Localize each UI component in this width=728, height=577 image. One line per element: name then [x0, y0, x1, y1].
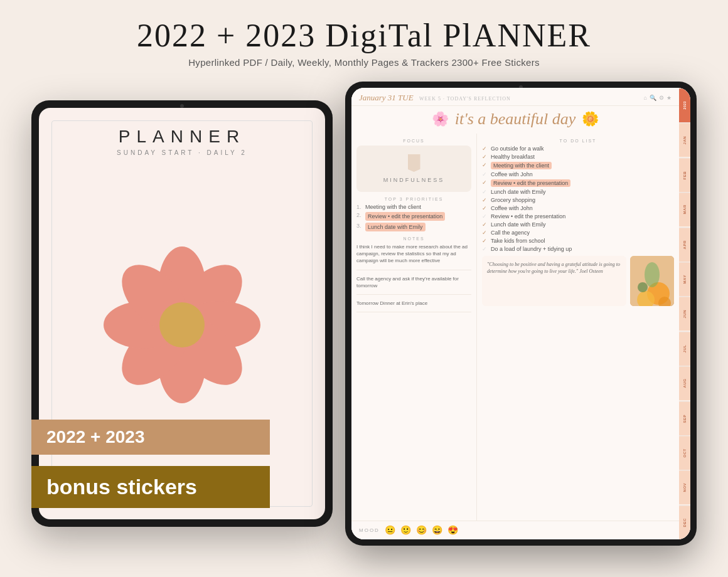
month-tabs: 2023 JAN FEB MAR APR MAY JUN JUL AUG SEP… — [679, 88, 690, 539]
mood-icon-1[interactable]: 😐 — [385, 525, 395, 536]
todo-item-10: ✓Lunch date with Emily — [482, 221, 674, 228]
todo-text-12: Take kids from school — [491, 238, 545, 244]
todo-item-2: ✓Healthy breakfast — [482, 154, 674, 160]
priority-text-2: Review • edit the presentation — [365, 212, 445, 221]
todo-item-1: ✓Go outside for a walk — [482, 146, 674, 152]
left-tablet-screen: PLANNER SUNDAY START · DAILY 2 — [39, 108, 325, 519]
flower-decoration — [100, 243, 264, 406]
month-tab-nov[interactable]: NOV — [679, 470, 690, 504]
todo-text-3: Meeting with the client — [491, 162, 552, 169]
month-tab-dec[interactable]: DEC — [679, 505, 690, 539]
check-10: ✓ — [482, 221, 488, 228]
planner-icons: ⌂ 🔍 ⚙ ★ — [644, 95, 672, 101]
focus-box: MINDFULNESS — [356, 146, 471, 192]
todo-item-12: ✓Take kids from school — [482, 238, 674, 244]
stickers-banner: bonus stickers — [31, 466, 270, 508]
mood-label: MOOD — [359, 527, 380, 533]
notes-section: I think I need to make more research abo… — [356, 243, 471, 312]
todo-section: ✓Go outside for a walk ✓Healthy breakfas… — [482, 146, 674, 252]
check-2: ✓ — [482, 154, 488, 160]
priority-num-2: 2. — [356, 212, 363, 218]
month-tab-apr[interactable]: APR — [679, 227, 690, 262]
check-5: ✓ — [482, 179, 488, 186]
left-tablet-top: PLANNER SUNDAY START · DAILY 2 — [117, 127, 247, 156]
month-tab-jun[interactable]: JUN — [679, 296, 690, 331]
month-tab-feb[interactable]: FEB — [679, 157, 690, 192]
todo-text-11: Call the agency — [491, 230, 530, 236]
check-11: ✓ — [482, 230, 488, 236]
priority-text-1: Meeting with the client — [365, 204, 421, 210]
todo-text-1: Go outside for a walk — [491, 146, 544, 152]
svg-point-14 — [645, 262, 660, 287]
mood-icon-4[interactable]: 😄 — [432, 525, 442, 536]
month-tab-aug[interactable]: AUG — [679, 366, 690, 400]
month-tab-year[interactable]: 2023 — [679, 88, 690, 122]
home-icon: ⌂ — [644, 95, 647, 101]
settings-icon: ⚙ — [659, 95, 664, 101]
check-13: ✓ — [482, 246, 488, 252]
todo-text-6: Lunch date with Emily — [491, 189, 546, 195]
week-label: WEEK 5 · TODAY'S REFLECTION — [419, 96, 511, 102]
planner-word: PLANNER — [117, 127, 247, 147]
flower-icon-left: 🌸 — [432, 111, 449, 127]
main-subtitle: Hyperlinked PDF / Daily, Weekly, Monthly… — [0, 57, 728, 68]
month-tab-mar[interactable]: MAR — [679, 192, 690, 226]
tablets-area: PLANNER SUNDAY START · DAILY 2 — [31, 82, 697, 577]
todo-text-8: Coffee with John — [491, 205, 533, 211]
check-4: ✓ — [482, 171, 488, 177]
focus-value: MINDFULNESS — [361, 177, 466, 183]
priority-num-1: 1. — [356, 204, 363, 210]
month-tab-may[interactable]: MAY — [679, 262, 690, 296]
note-item-1: I think I need to make more research abo… — [356, 243, 471, 270]
priority-item-2: 2. Review • edit the presentation — [356, 212, 471, 221]
todo-label: TO DO LIST — [482, 139, 674, 143]
month-tab-oct[interactable]: OCT — [679, 435, 690, 470]
stickers-banner-text: bonus stickers — [46, 475, 197, 499]
todo-text-13: Do a load of laundry + tidying up — [491, 246, 572, 252]
planner-body: FOCUS MINDFULNESS TOP 3 PRIORITIES 1. Me… — [351, 134, 679, 521]
todo-item-8: ✓Coffee with John — [482, 205, 674, 211]
right-tablet-screen: January 31 TUE WEEK 5 · TODAY'S REFLECTI… — [351, 88, 690, 539]
check-3: ✓ — [482, 162, 488, 168]
planner-content: January 31 TUE WEEK 5 · TODAY'S REFLECTI… — [351, 88, 679, 539]
year-banner: 2022 + 2023 — [31, 420, 270, 455]
priority-item-1: 1. Meeting with the client — [356, 204, 471, 210]
day-title: it's a beautiful day — [455, 110, 576, 129]
check-6: ✓ — [482, 189, 488, 195]
todo-item-5: ✓Review • edit the presentation — [482, 179, 674, 187]
svg-point-8 — [159, 302, 205, 347]
todo-item-7: ✓Grocery shopping — [482, 197, 674, 203]
mood-bar: MOOD 😐 🙂 😊 😄 😍 — [351, 521, 679, 539]
todo-text-9: Review • edit the presentation — [491, 213, 565, 220]
page-header: 2022 + 2023 DigiTal PlANNER Hyperlinked … — [0, 0, 728, 68]
focus-bookmark — [408, 154, 420, 172]
left-tablet: PLANNER SUNDAY START · DAILY 2 — [31, 100, 333, 527]
mood-icon-2[interactable]: 🙂 — [400, 525, 411, 536]
search-icon: 🔍 — [650, 95, 656, 101]
check-1: ✓ — [482, 146, 488, 152]
todo-item-9: ✓Review • edit the presentation — [482, 213, 674, 220]
priority-num-3: 3. — [356, 223, 363, 229]
beautiful-day-header: 🌸 it's a beautiful day 🌼 — [351, 106, 679, 134]
right-tablet: January 31 TUE WEEK 5 · TODAY'S REFLECTI… — [345, 82, 697, 546]
todo-text-4: Coffee with John — [491, 171, 533, 177]
bookmark-icon: ★ — [666, 95, 672, 101]
main-title: 2022 + 2023 DigiTal PlANNER — [0, 18, 728, 53]
todo-text-5: Review • edit the presentation — [491, 179, 570, 187]
notes-label: NOTES — [356, 236, 471, 241]
priority-item-3: 3. Lunch date with Emily — [356, 223, 471, 231]
flower-icon-right: 🌼 — [582, 111, 599, 127]
month-tab-jan[interactable]: JAN — [679, 122, 690, 157]
mood-icon-3[interactable]: 😊 — [416, 525, 427, 536]
month-tab-jul[interactable]: JUL — [679, 331, 690, 366]
todo-item-3: ✓Meeting with the client — [482, 162, 674, 169]
mood-icon-5[interactable]: 😍 — [447, 525, 458, 536]
planner-date: January 31 TUE WEEK 5 · TODAY'S REFLECTI… — [359, 93, 511, 103]
check-8: ✓ — [482, 205, 488, 211]
todo-item-4: ✓Coffee with John — [482, 171, 674, 177]
planner-sub: SUNDAY START · DAILY 2 — [117, 149, 247, 156]
quote-image — [630, 256, 674, 306]
planner-left-column: FOCUS MINDFULNESS TOP 3 PRIORITIES 1. Me… — [351, 134, 477, 521]
month-tab-sep[interactable]: SEP — [679, 401, 690, 435]
priorities-label: TOP 3 PRIORITIES — [356, 197, 471, 201]
